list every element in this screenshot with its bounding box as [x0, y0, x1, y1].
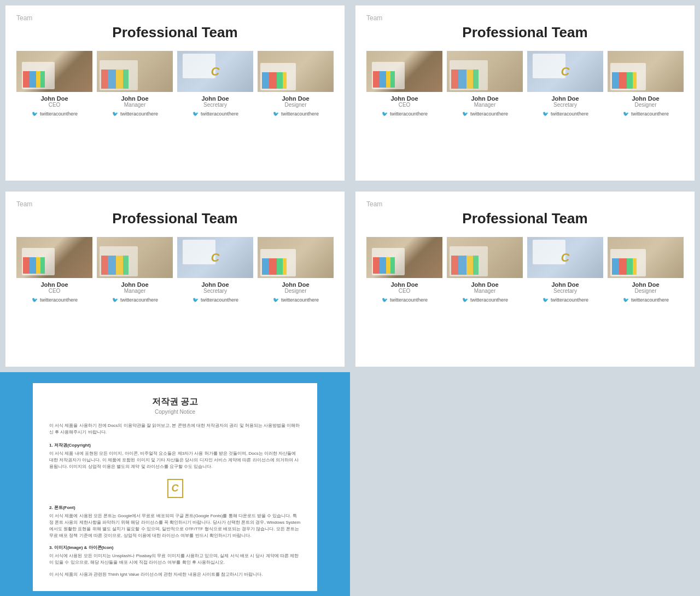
twitter-handle: twitteracounthere: [281, 111, 319, 117]
member-4-1: John Doe CEO 🐦 twitteracounthere: [366, 237, 442, 303]
member-3-1-twitter: 🐦 twitteracounthere: [31, 296, 78, 303]
member-3-1-photo: [16, 237, 92, 278]
bottom-right-empty: [350, 372, 700, 596]
member-1-3-photo: [177, 51, 253, 92]
member-4-3-role: Secretary: [553, 288, 577, 294]
member-2-3-twitter: 🐦 twitteracounthere: [542, 110, 588, 117]
copyright-subtitle: Copyright Notice: [49, 409, 301, 415]
member-4-1-role: CEO: [399, 288, 411, 294]
member-4-2: John Doe Manager 🐦 twitteracounthere: [447, 237, 523, 303]
card-1-team-grid: John Doe CEO 🐦 twitteracounthere John Do…: [16, 51, 334, 117]
member-3-4-photo: [258, 237, 334, 278]
member-1-2-twitter: 🐦 twitteracounthere: [112, 110, 158, 117]
twitter-handle: twitteracounthere: [551, 111, 588, 117]
member-2-2-twitter: 🐦 twitteracounthere: [462, 110, 508, 117]
copyright-title: 저작권 공고: [49, 396, 301, 408]
twitter-icon: 🐦: [112, 296, 119, 303]
member-4-2-photo: [447, 237, 523, 278]
member-4-4-photo: [608, 237, 684, 278]
member-4-2-role: Manager: [474, 288, 495, 294]
member-1-2-photo: [97, 51, 173, 92]
member-1-3-name: John Doe: [201, 95, 229, 102]
member-3-3-name: John Doe: [201, 281, 229, 288]
member-2-1: John Doe CEO 🐦 twitteracounthere: [366, 51, 442, 117]
twitter-handle: twitteracounthere: [40, 111, 78, 117]
twitter-handle: twitteracounthere: [40, 297, 78, 303]
card-4-label: Team: [366, 200, 684, 208]
member-2-2: John Doe Manager 🐦 twitteracounthere: [447, 51, 523, 117]
copyright-body: 이 서식 제품을 사용하기 전에 Docs의 이용약관을 잘 읽어보고, 본 콘…: [49, 423, 301, 578]
copyright-intro: 이 서식 제품을 사용하기 전에 Docs의 이용약관을 잘 읽어보고, 본 콘…: [49, 423, 301, 436]
member-3-1-role: CEO: [49, 288, 61, 294]
twitter-icon: 🐦: [462, 110, 469, 117]
member-2-1-photo: [366, 51, 442, 92]
member-2-2-role: Manager: [474, 102, 495, 108]
twitter-handle: twitteracounthere: [281, 297, 319, 303]
copyright-footer: 이 서식 제품의 사용과 관련된 Thinh Ight Value 라이선스에 …: [49, 571, 301, 578]
member-2-3-role: Secretary: [553, 102, 577, 108]
member-3-3-photo: [177, 237, 253, 278]
member-1-4: John Doe Designer 🐦 twitteracounthere: [258, 51, 334, 117]
twitter-icon: 🐦: [381, 296, 388, 303]
member-3-3-twitter: 🐦 twitteracounthere: [192, 296, 238, 303]
member-4-3: John Doe Secretary 🐦 twitteracounthere: [527, 237, 603, 303]
member-2-1-role: CEO: [399, 102, 411, 108]
twitter-icon: 🐦: [381, 110, 388, 117]
member-3-2-name: John Doe: [121, 281, 148, 288]
twitter-icon: 🐦: [31, 110, 38, 117]
member-4-3-photo: [527, 237, 603, 278]
card-2-label: Team: [366, 14, 684, 22]
member-1-1-role: CEO: [49, 102, 61, 108]
team-card-1: Team Professional Team John Doe CEO 🐦 tw…: [5, 5, 345, 181]
twitter-icon: 🐦: [542, 296, 549, 303]
member-1-4-photo: [258, 51, 334, 92]
member-3-4-name: John Doe: [282, 281, 309, 288]
member-4-1-photo: [366, 237, 442, 278]
copyright-s1: 1. 저작권(Copyright) 이 서식 제품 내에 표현된 모든 이미지,…: [49, 442, 301, 470]
copyright-s1-body: 이 서식 제품 내에 표현된 모든 이미지, 아이콘, 비주얼적 요소들은 제3…: [49, 450, 301, 470]
member-1-4-role: Designer: [284, 102, 306, 108]
member-1-1-name: John Doe: [40, 95, 68, 102]
member-4-3-name: John Doe: [551, 281, 579, 288]
twitter-icon: 🐦: [462, 296, 469, 303]
member-1-2: John Doe Manager 🐦 twitteracounthere: [97, 51, 173, 117]
member-2-3-photo: [527, 51, 603, 92]
copyright-s2-body: 이 서식 제품에 사용된 모든 폰트는 Google에서 무료로 배포되며 구글…: [49, 513, 301, 539]
twitter-icon: 🐦: [272, 296, 279, 303]
card-1-label: Team: [16, 14, 334, 22]
twitter-handle: twitteracounthere: [120, 111, 158, 117]
card-4-title: Professional Team: [366, 210, 684, 227]
member-2-2-photo: [447, 51, 523, 92]
member-1-4-twitter: 🐦 twitteracounthere: [272, 110, 319, 117]
member-3-2: John Doe Manager 🐦 twitteracounthere: [97, 237, 173, 303]
member-3-2-twitter: 🐦 twitteracounthere: [112, 296, 158, 303]
c-logo-wrapper: C: [49, 476, 301, 501]
member-3-2-role: Manager: [124, 288, 145, 294]
member-2-4-name: John Doe: [632, 95, 659, 102]
twitter-handle: twitteracounthere: [551, 297, 588, 303]
member-1-3-role: Secretary: [203, 102, 227, 108]
twitter-icon: 🐦: [31, 296, 38, 303]
member-3-4-role: Designer: [284, 288, 306, 294]
member-3-2-photo: [97, 237, 173, 278]
member-4-2-name: John Doe: [471, 281, 498, 288]
twitter-icon: 🐦: [192, 110, 199, 117]
twitter-handle: twitteracounthere: [120, 297, 158, 303]
team-card-4: Team Professional Team John Doe CEO 🐦 tw…: [355, 192, 695, 367]
member-4-4-role: Designer: [634, 288, 656, 294]
copyright-s3-title: 3. 이미지(Image) & 아이콘(Icon): [49, 545, 301, 551]
member-1-1-photo: [16, 51, 92, 92]
card-4-team-grid: John Doe CEO 🐦 twitteracounthere John Do…: [366, 237, 684, 303]
member-2-4-twitter: 🐦 twitteracounthere: [622, 110, 669, 117]
member-4-1-twitter: 🐦 twitteracounthere: [381, 296, 428, 303]
twitter-icon: 🐦: [112, 110, 119, 117]
copyright-s2: 2. 폰트(Font) 이 서식 제품에 사용된 모든 폰트는 Google에서…: [49, 505, 301, 539]
member-1-1-twitter: 🐦 twitteracounthere: [31, 110, 78, 117]
card-3-team-grid: John Doe CEO 🐦 twitteracounthere John Do…: [16, 237, 334, 303]
member-2-2-name: John Doe: [471, 95, 498, 102]
member-1-3-twitter: 🐦 twitteracounthere: [192, 110, 238, 117]
member-2-4-role: Designer: [634, 102, 656, 108]
member-4-4-twitter: 🐦 twitteracounthere: [622, 296, 669, 303]
card-2-title: Professional Team: [366, 24, 684, 41]
twitter-icon: 🐦: [192, 296, 199, 303]
